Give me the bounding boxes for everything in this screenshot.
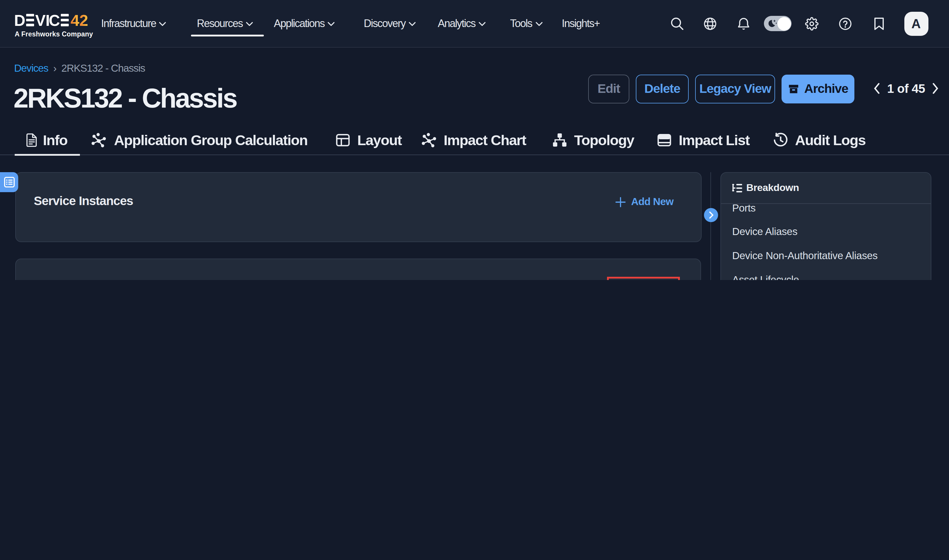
svg-text:D: D [14,12,25,29]
svg-text:C: C [49,12,60,29]
svg-text:4: 4 [71,12,79,29]
svg-text:2: 2 [79,12,88,29]
svg-text:V: V [35,12,46,29]
